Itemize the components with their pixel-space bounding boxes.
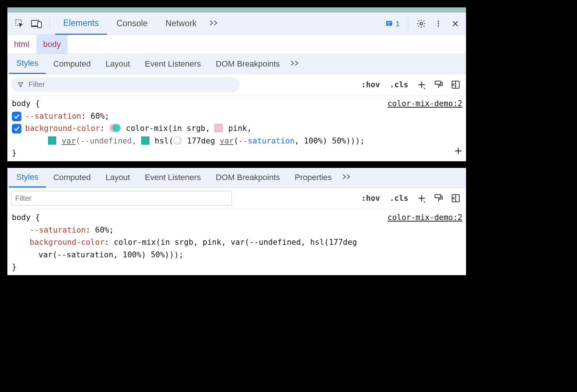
svg-point-9	[438, 23, 439, 24]
source-link[interactable]: color-mix-demo:2	[388, 98, 462, 110]
source-link[interactable]: color-mix-demo:2	[388, 212, 462, 224]
svg-point-7	[420, 22, 423, 25]
subtab-event-listeners[interactable]: Event Listeners	[138, 168, 209, 188]
inspect-icon[interactable]	[12, 16, 27, 31]
subtab-dom-breakpoints[interactable]: DOM Breakpoints	[208, 168, 287, 188]
filter-input[interactable]	[28, 80, 234, 89]
undefined-name: (--undefined,	[76, 136, 141, 145]
more-subtabs-icon[interactable]	[339, 173, 358, 182]
tab-network[interactable]: Network	[157, 13, 205, 35]
filter-input[interactable]	[15, 194, 228, 203]
devtools-toolbar: Elements Console Network 1	[7, 13, 466, 35]
pink-swatch-icon[interactable]	[215, 124, 223, 132]
prop-name: background-color	[25, 124, 100, 133]
prop-value-line1: color-mix(in srgb, pink, var(--undefined…	[114, 238, 357, 247]
paint-icon[interactable]	[432, 192, 445, 205]
rule-close: }	[12, 261, 462, 274]
subtab-styles[interactable]: Styles	[9, 54, 46, 74]
hue-swatch-icon[interactable]	[173, 136, 182, 145]
svg-rect-5	[387, 22, 391, 23]
tab-elements[interactable]: Elements	[55, 13, 107, 35]
css-rule: color-mix-demo:2 body { --saturation: 60…	[7, 95, 466, 161]
subtab-properties[interactable]: Properties	[287, 168, 339, 188]
hov-toggle[interactable]: :hov	[358, 194, 383, 203]
svg-point-8	[438, 20, 439, 22]
hov-toggle[interactable]: :hov	[358, 80, 383, 89]
toolbar-divider-2	[408, 18, 408, 29]
toolbar-divider	[50, 18, 50, 29]
declaration-saturation[interactable]: --saturation: 60%;	[12, 110, 462, 123]
var-saturation[interactable]: var	[220, 136, 234, 145]
subtab-event-listeners[interactable]: Event Listeners	[138, 54, 209, 74]
checkbox-icon[interactable]	[12, 124, 21, 134]
subtab-styles[interactable]: Styles	[9, 168, 46, 188]
svg-rect-4	[386, 21, 392, 26]
color-mix-swatch-icon[interactable]	[109, 124, 121, 132]
styles-filterbar-2: :hov .cls	[7, 188, 466, 209]
declaration-background[interactable]: background-color: color-mix(in srgb, pin…	[12, 236, 462, 249]
declaration-saturation[interactable]: --saturation: 60%;	[12, 224, 462, 237]
computed-toggle-icon[interactable]	[449, 192, 462, 205]
computed-toggle-icon[interactable]	[449, 78, 462, 91]
more-subtabs-icon[interactable]	[287, 59, 307, 69]
prop-name: --saturation	[25, 112, 81, 121]
subtab-computed[interactable]: Computed	[46, 54, 98, 74]
css-rule-2: color-mix-demo:2 body { --saturation: 60…	[7, 209, 466, 275]
gear-icon[interactable]	[414, 16, 429, 31]
pink-text: pink	[228, 124, 247, 133]
filter-input-wrap	[11, 77, 240, 92]
kebab-icon[interactable]	[431, 16, 446, 31]
subtab-dom-breakpoints[interactable]: DOM Breakpoints	[208, 54, 287, 74]
rule-close: }	[12, 147, 462, 160]
page-strip	[7, 7, 466, 13]
filter-icon	[17, 81, 24, 88]
fn-color-mix: color-mix(in srgb,	[126, 124, 215, 133]
breadcrumb-html[interactable]: html	[7, 35, 37, 54]
prop-value: 60%	[91, 112, 105, 121]
subtab-layout[interactable]: Layout	[98, 54, 137, 74]
subtab-computed[interactable]: Computed	[46, 168, 98, 188]
svg-rect-11	[435, 81, 441, 84]
hsl-text: hsl(	[155, 136, 173, 145]
styles-subtabs: Styles Computed Layout Event Listeners D…	[7, 54, 466, 74]
issues-badge[interactable]: 1	[382, 19, 403, 28]
breadcrumb: html body	[7, 35, 466, 54]
prop-value: 60%	[95, 226, 109, 234]
saturation-name[interactable]: --saturation	[239, 136, 295, 145]
svg-rect-3	[38, 22, 41, 28]
more-tabs-icon[interactable]	[206, 19, 226, 28]
filter-input-wrap	[11, 191, 232, 206]
paren-open: (	[234, 136, 239, 145]
cls-toggle[interactable]: .cls	[387, 80, 411, 89]
close-icon[interactable]	[448, 16, 463, 31]
svg-rect-6	[387, 24, 390, 24]
declaration-background[interactable]: background-color: color-mix(in srgb, pin…	[12, 122, 462, 135]
styles-subtabs-2: Styles Computed Layout Event Listeners D…	[7, 168, 466, 188]
declaration-background-cont[interactable]: var(--saturation, 100%) 50%)));	[12, 249, 462, 261]
teal-swatch-icon[interactable]	[141, 136, 149, 145]
prop-name: --saturation	[30, 226, 86, 234]
cls-toggle[interactable]: .cls	[387, 194, 411, 203]
sat-rest: , 100%)	[294, 136, 327, 145]
subtab-layout[interactable]: Layout	[98, 168, 137, 188]
checkbox-icon[interactable]	[12, 112, 21, 121]
var-undefined[interactable]: var	[62, 136, 76, 145]
add-declaration-icon[interactable]	[453, 146, 463, 160]
new-style-rule-icon[interactable]	[415, 78, 428, 91]
prop-name: background-color	[30, 238, 104, 247]
declaration-background-cont[interactable]: var(--undefined, hsl( 177deg var(--satur…	[12, 135, 462, 148]
breadcrumb-body[interactable]: body	[37, 35, 68, 54]
tab-console[interactable]: Console	[108, 13, 156, 35]
styles-filterbar: :hov .cls	[7, 74, 466, 95]
issues-count: 1	[395, 19, 400, 28]
close-text: 50%)));	[327, 136, 365, 145]
paint-icon[interactable]	[432, 78, 445, 91]
device-toolbar-icon[interactable]	[29, 16, 44, 31]
new-style-rule-icon[interactable]	[415, 192, 428, 205]
deg-text: 177deg	[187, 136, 220, 145]
svg-rect-13	[435, 195, 441, 198]
teal-swatch-icon[interactable]	[48, 136, 56, 145]
svg-point-10	[438, 25, 439, 27]
